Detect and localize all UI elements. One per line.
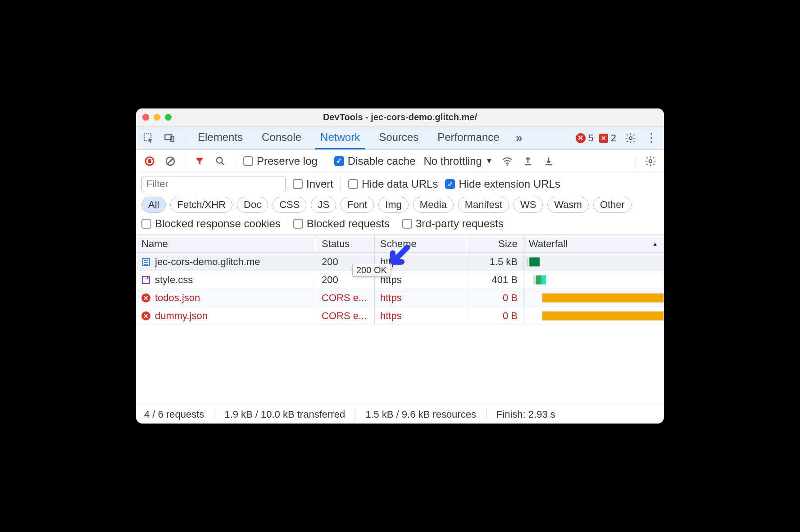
col-waterfall[interactable]: Waterfall▲ — [523, 235, 664, 252]
tab-elements[interactable]: Elements — [192, 126, 248, 149]
inspect-icon[interactable] — [142, 132, 155, 144]
error-icon: ✕ — [576, 133, 586, 143]
network-toolbar: Preserve log Disable cache No throttling… — [136, 150, 664, 172]
filter-pill-doc[interactable]: Doc — [237, 197, 268, 213]
filter-pill-manifest[interactable]: Manifest — [458, 197, 509, 213]
tab-sources[interactable]: Sources — [373, 126, 424, 149]
col-size[interactable]: Size — [467, 235, 523, 252]
error-icon: ✕ — [141, 311, 150, 320]
chevron-down-icon: ▼ — [486, 157, 493, 165]
svg-point-8 — [217, 157, 223, 163]
checkbox-icon — [293, 219, 303, 229]
checkbox-icon — [402, 219, 412, 229]
svg-point-10 — [506, 164, 508, 166]
window-title: DevTools - jec-cors-demo.glitch.me/ — [136, 112, 664, 122]
sort-indicator-icon: ▲ — [652, 240, 658, 248]
devtools-window: DevTools - jec-cors-demo.glitch.me/ Elem… — [136, 108, 664, 424]
svg-rect-5 — [148, 159, 151, 163]
tab-console[interactable]: Console — [256, 126, 307, 149]
import-har-icon[interactable] — [542, 155, 555, 167]
search-icon[interactable] — [214, 155, 227, 167]
waterfall-cell — [523, 289, 664, 307]
filter-pill-media[interactable]: Media — [413, 197, 454, 213]
error-warning-badges[interactable]: ✕5 ✕2 — [576, 132, 617, 144]
svg-point-3 — [629, 136, 632, 140]
more-tabs-icon[interactable]: » — [513, 132, 526, 144]
status-requests: 4 / 6 requests — [144, 409, 204, 420]
col-name[interactable]: Name — [136, 235, 316, 252]
svg-point-11 — [649, 159, 652, 162]
disable-cache-checkbox[interactable]: Disable cache — [334, 155, 416, 167]
filter-pill-ws[interactable]: WS — [514, 197, 543, 213]
filter-pill-other[interactable]: Other — [593, 197, 632, 213]
invert-checkbox[interactable]: Invert — [293, 178, 333, 190]
blocked-cookies-checkbox[interactable]: Blocked response cookies — [141, 217, 281, 230]
filter-pill-fetchxhr[interactable]: Fetch/XHR — [170, 197, 232, 213]
filter-pill-all[interactable]: All — [141, 197, 166, 213]
checkbox-icon — [334, 156, 344, 166]
filter-pill-img[interactable]: Img — [378, 197, 409, 213]
tab-performance[interactable]: Performance — [432, 126, 505, 149]
checkbox-icon — [293, 179, 303, 189]
network-conditions-icon[interactable] — [501, 155, 514, 167]
panel-tabbar: Elements Console Network Sources Perform… — [136, 126, 664, 150]
annotation-arrow-icon — [385, 243, 412, 270]
minimize-window-button[interactable] — [154, 114, 160, 121]
filter-pill-wasm[interactable]: Wasm — [547, 197, 589, 213]
waterfall-cell — [523, 271, 664, 289]
table-row[interactable]: style.css 200 https 401 B — [136, 271, 664, 289]
blocked-requests-checkbox[interactable]: Blocked requests — [293, 217, 390, 230]
status-bar: 4 / 6 requests 1.9 kB / 10.0 kB transfer… — [136, 405, 664, 424]
document-icon — [141, 257, 150, 266]
stylesheet-icon — [141, 275, 150, 284]
checkbox-icon — [243, 156, 253, 166]
titlebar: DevTools - jec-cors-demo.glitch.me/ — [136, 108, 664, 126]
close-window-button[interactable] — [142, 114, 149, 121]
export-har-icon[interactable] — [522, 155, 534, 167]
tab-network[interactable]: Network — [315, 126, 365, 149]
waterfall-cell — [523, 253, 664, 271]
status-resources: 1.5 kB / 9.6 kB resources — [365, 409, 476, 420]
hide-extension-urls-checkbox[interactable]: Hide extension URLs — [445, 178, 560, 190]
table-row[interactable]: ✕todos.json CORS e... https 0 B — [136, 289, 664, 307]
table-row[interactable]: ✕dummy.json CORS e... https 0 B — [136, 307, 664, 325]
settings-icon[interactable] — [624, 132, 637, 144]
record-button[interactable] — [143, 155, 156, 167]
window-controls — [142, 114, 172, 121]
col-status[interactable]: Status — [316, 235, 375, 252]
filter-icon[interactable] — [193, 155, 206, 167]
issue-icon: ✕ — [599, 134, 608, 143]
waterfall-cell — [523, 307, 664, 325]
filter-pill-js[interactable]: JS — [311, 197, 336, 213]
checkbox-icon — [445, 179, 455, 189]
checkbox-icon — [141, 219, 151, 229]
device-toolbar-icon[interactable] — [163, 132, 176, 144]
error-icon: ✕ — [141, 293, 150, 302]
issues-badge[interactable]: ✕2 — [599, 132, 616, 144]
third-party-checkbox[interactable]: 3rd-party requests — [402, 217, 504, 230]
svg-line-7 — [168, 158, 173, 164]
clear-button[interactable] — [164, 155, 177, 167]
errors-badge[interactable]: ✕5 — [576, 132, 594, 144]
status-finish: Finish: 2.93 s — [496, 409, 555, 420]
panel-settings-icon[interactable] — [644, 155, 657, 167]
preserve-log-checkbox[interactable]: Preserve log — [243, 155, 318, 167]
status-transferred: 1.9 kB / 10.0 kB transferred — [224, 409, 345, 420]
filter-pill-font[interactable]: Font — [341, 197, 374, 213]
filter-input[interactable] — [141, 176, 286, 192]
maximize-window-button[interactable] — [165, 114, 172, 121]
filter-pill-css[interactable]: CSS — [273, 197, 306, 213]
hide-data-urls-checkbox[interactable]: Hide data URLs — [348, 178, 438, 190]
kebab-menu-icon[interactable]: ⋮ — [645, 132, 658, 144]
checkbox-icon — [348, 179, 358, 189]
resource-type-filters: All Fetch/XHR Doc CSS JS Font Img Media … — [141, 197, 659, 213]
filter-bar: Invert Hide data URLs Hide extension URL… — [136, 172, 664, 235]
svg-line-9 — [222, 162, 224, 165]
requests-table: Name Status Scheme Size Waterfall▲ jec-c… — [136, 235, 664, 405]
throttling-select[interactable]: No throttling ▼ — [423, 155, 492, 167]
